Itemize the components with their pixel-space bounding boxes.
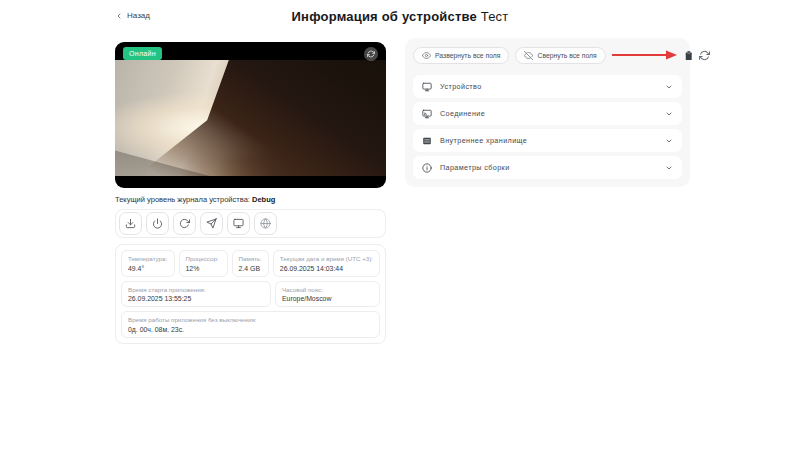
power-icon	[152, 218, 163, 229]
stat-current-datetime: Текущая дата и время (UTC +3): 26.09.202…	[273, 250, 380, 277]
copy-icon	[683, 50, 694, 61]
send-icon	[206, 218, 217, 229]
section-device[interactable]: Устройство	[413, 75, 682, 98]
section-label: Внутреннее хранилище	[440, 136, 527, 145]
device-preview-column: Онлайн Текущий уровень журнала устройств…	[115, 42, 386, 344]
accordion-sections: Устройство Соединение Внутреннее хранили…	[413, 75, 682, 179]
camera-frame	[115, 60, 386, 176]
section-internal-storage[interactable]: Внутреннее хранилище	[413, 129, 682, 152]
info-icon	[422, 163, 432, 173]
back-label: Назад	[127, 11, 150, 20]
download-logs-button[interactable]	[119, 212, 142, 235]
display-icon	[422, 82, 432, 92]
chevron-down-icon	[665, 83, 673, 91]
restart-button[interactable]	[173, 212, 196, 235]
stat-cpu: Процессор: 12%	[179, 250, 228, 277]
section-label: Соединение	[440, 109, 485, 118]
globe-button[interactable]	[254, 212, 277, 235]
send-button[interactable]	[200, 212, 223, 235]
stats-row-1: Температура: 49.4° Процессор: 12% Память…	[121, 250, 380, 277]
stat-temperature: Температура: 49.4°	[121, 250, 175, 277]
stat-start-time: Время старта приложения: 26.09.2025 13:5…	[121, 281, 271, 308]
chevron-down-icon	[665, 137, 673, 145]
device-fields-panel: Развернуть все поля Свернуть все поля	[405, 38, 690, 187]
refresh-icon	[699, 50, 710, 61]
chevron-left-icon	[115, 12, 123, 20]
display-button[interactable]	[227, 212, 250, 235]
video-preview: Онлайн	[115, 42, 386, 188]
stat-uptime: Время работы приложения без выключения: …	[121, 311, 380, 338]
collapse-all-label: Свернуть все поля	[537, 52, 596, 59]
storage-icon	[422, 136, 432, 146]
video-refresh-button[interactable]	[364, 47, 378, 61]
panel-toolbar-right	[612, 50, 710, 61]
section-build-parameters[interactable]: Параметры сборки	[413, 156, 682, 179]
stats-row-3: Время работы приложения без выключения: …	[121, 311, 380, 338]
device-stats-card: Температура: 49.4° Процессор: 12% Память…	[115, 244, 386, 344]
annotation-arrow	[612, 50, 678, 60]
log-level-line: Текущий уровень журнала устройства: Debu…	[115, 195, 386, 204]
collapse-all-button[interactable]: Свернуть все поля	[515, 47, 605, 64]
eye-off-icon	[524, 51, 533, 60]
stat-memory: Память: 2.4 GB	[232, 250, 269, 277]
power-button[interactable]	[146, 212, 169, 235]
chevron-down-icon	[665, 110, 673, 118]
log-level-value: Debug	[252, 195, 275, 204]
section-connection[interactable]: Соединение	[413, 102, 682, 125]
download-icon	[125, 218, 136, 229]
copy-all-button[interactable]	[683, 50, 694, 61]
chevron-down-icon	[665, 164, 673, 172]
device-actions-toolbar	[115, 209, 386, 238]
back-button[interactable]: Назад	[115, 11, 150, 20]
restart-icon	[179, 218, 190, 229]
refresh-icon	[367, 50, 375, 58]
stats-row-2: Время старта приложения: 26.09.2025 13:5…	[121, 281, 380, 308]
eye-icon	[422, 51, 431, 60]
globe-icon	[260, 218, 271, 229]
refresh-fields-button[interactable]	[699, 50, 710, 61]
expand-all-button[interactable]: Развернуть все поля	[413, 47, 509, 64]
status-badge: Онлайн	[123, 47, 162, 60]
panel-toolbar: Развернуть все поля Свернуть все поля	[413, 46, 682, 64]
connection-icon	[422, 109, 432, 119]
section-label: Параметры сборки	[440, 163, 510, 172]
expand-all-label: Развернуть все поля	[435, 52, 500, 59]
stat-timezone: Часовой пояс: Europe/Moscow	[275, 281, 380, 308]
display-icon	[233, 218, 244, 229]
section-label: Устройство	[440, 82, 482, 91]
mountain-ridge	[115, 60, 386, 176]
